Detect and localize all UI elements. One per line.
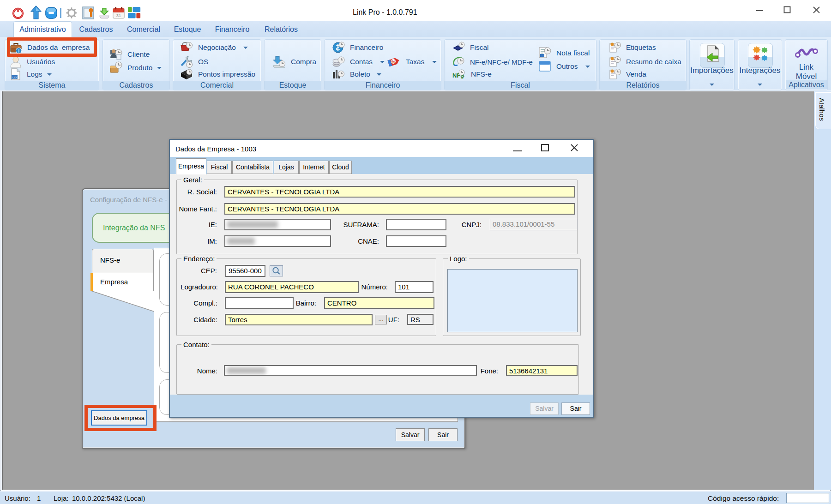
svg-text:31: 31 <box>116 13 121 18</box>
